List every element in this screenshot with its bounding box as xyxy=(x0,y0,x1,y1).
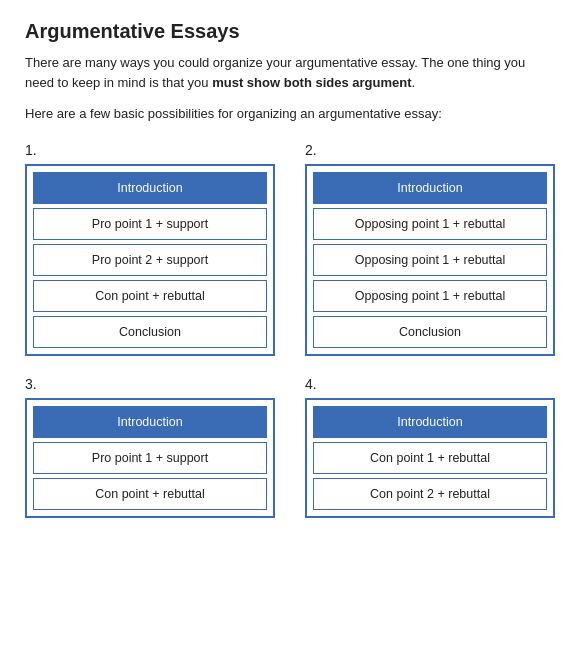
outline-cell-2-5: Conclusion xyxy=(313,316,547,348)
outline-cell-3-3: Con point + rebuttal xyxy=(33,478,267,510)
outline-cell-4-2: Con point 1 + rebuttal xyxy=(313,442,547,474)
outlines-grid: 1.IntroductionPro point 1 + supportPro p… xyxy=(25,142,555,518)
outline-cell-2-3: Opposing point 1 + rebuttal xyxy=(313,244,547,276)
outline-cell-4-1: Introduction xyxy=(313,406,547,438)
outline-box-3: IntroductionPro point 1 + supportCon poi… xyxy=(25,398,275,518)
page-title: Argumentative Essays xyxy=(25,20,555,43)
intro-paragraph: There are many ways you could organize y… xyxy=(25,53,555,92)
section-number-1: 1. xyxy=(25,142,275,158)
outline-box-1: IntroductionPro point 1 + supportPro poi… xyxy=(25,164,275,356)
outline-box-2: IntroductionOpposing point 1 + rebuttalO… xyxy=(305,164,555,356)
section-number-3: 3. xyxy=(25,376,275,392)
intro-period: . xyxy=(412,75,416,90)
outline-cell-1-5: Conclusion xyxy=(33,316,267,348)
intro-bold: must show both sides argument xyxy=(212,75,411,90)
outline-cell-2-1: Introduction xyxy=(313,172,547,204)
outline-cell-3-2: Pro point 1 + support xyxy=(33,442,267,474)
outline-cell-1-3: Pro point 2 + support xyxy=(33,244,267,276)
outline-cell-3-1: Introduction xyxy=(33,406,267,438)
outline-cell-1-2: Pro point 1 + support xyxy=(33,208,267,240)
outline-cell-2-4: Opposing point 1 + rebuttal xyxy=(313,280,547,312)
outline-section-2: 2.IntroductionOpposing point 1 + rebutta… xyxy=(305,142,555,356)
outline-cell-4-3: Con point 2 + rebuttal xyxy=(313,478,547,510)
sub-text: Here are a few basic possibilities for o… xyxy=(25,104,555,124)
outline-section-4: 4.IntroductionCon point 1 + rebuttalCon … xyxy=(305,376,555,518)
section-number-4: 4. xyxy=(305,376,555,392)
outline-box-4: IntroductionCon point 1 + rebuttalCon po… xyxy=(305,398,555,518)
section-number-2: 2. xyxy=(305,142,555,158)
outline-cell-2-2: Opposing point 1 + rebuttal xyxy=(313,208,547,240)
outline-section-3: 3.IntroductionPro point 1 + supportCon p… xyxy=(25,376,275,518)
outline-section-1: 1.IntroductionPro point 1 + supportPro p… xyxy=(25,142,275,356)
outline-cell-1-1: Introduction xyxy=(33,172,267,204)
outline-cell-1-4: Con point + rebuttal xyxy=(33,280,267,312)
